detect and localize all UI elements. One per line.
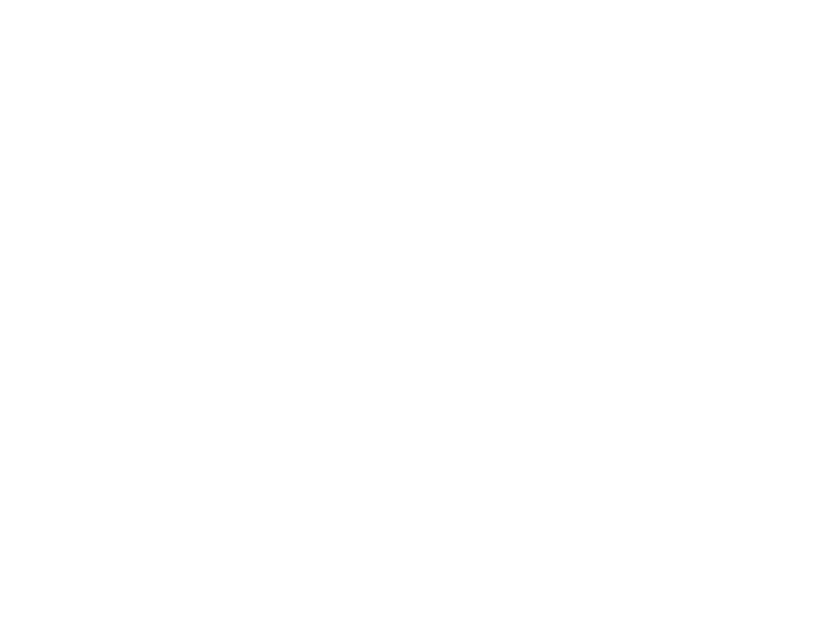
helicorder-plot-canvas (0, 0, 840, 631)
helicorder-figure (0, 0, 840, 631)
